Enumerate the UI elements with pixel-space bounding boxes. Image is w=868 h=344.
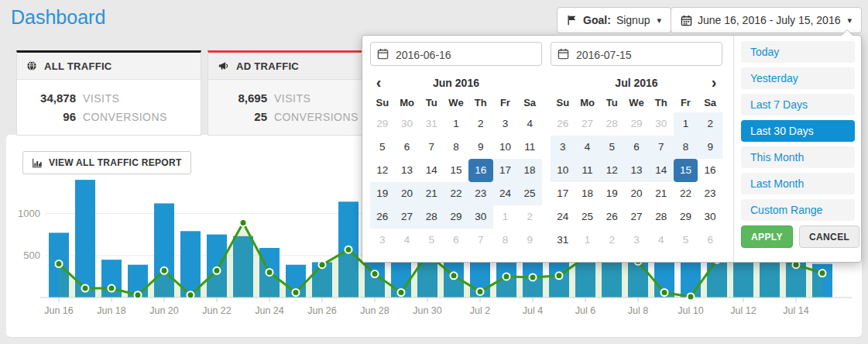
calendar-day[interactable]: 9 <box>698 136 722 159</box>
calendar-day[interactable]: 13 <box>395 159 420 182</box>
goal-selector-button[interactable]: Goal: Signup ▾ <box>557 7 671 33</box>
calendar-day[interactable]: 17 <box>493 159 518 182</box>
calendar-day[interactable]: 8 <box>674 136 698 159</box>
calendar-day[interactable]: 25 <box>517 182 542 205</box>
calendar-day[interactable]: 31 <box>419 112 444 136</box>
all-traffic-card[interactable]: ALL TRAFFIC 34,878 VISITS 96 CONVERSIONS <box>16 50 201 136</box>
calendar-day[interactable]: 3 <box>370 229 395 252</box>
calendar-day[interactable]: 27 <box>624 205 649 229</box>
calendar-day[interactable]: 6 <box>698 229 722 252</box>
calendar-day[interactable]: 11 <box>517 136 542 159</box>
calendar-day[interactable]: 27 <box>395 205 420 229</box>
calendar-day[interactable]: 5 <box>370 136 395 159</box>
range-item-custom-range[interactable]: Custom Range <box>741 199 855 221</box>
calendar-day[interactable]: 4 <box>395 229 420 252</box>
calendar-day[interactable]: 21 <box>419 182 444 205</box>
range-item-this-month[interactable]: This Month <box>741 146 855 168</box>
calendar-day[interactable]: 30 <box>468 205 493 229</box>
calendar-day[interactable]: 4 <box>517 112 542 136</box>
calendar-day[interactable]: 12 <box>370 159 395 182</box>
start-date-input[interactable] <box>394 43 537 67</box>
calendar-day[interactable]: 26 <box>599 205 624 229</box>
calendar-day[interactable]: 4 <box>575 136 600 159</box>
calendar-day[interactable]: 2 <box>698 112 722 136</box>
calendar-day[interactable]: 3 <box>551 136 575 159</box>
calendar-day[interactable]: 6 <box>624 136 649 159</box>
calendar-day[interactable]: 24 <box>551 205 575 229</box>
calendar-day[interactable]: 25 <box>575 205 600 229</box>
calendar-day[interactable]: 7 <box>649 136 674 159</box>
view-all-traffic-report-button[interactable]: VIEW ALL TRAFFIC REPORT <box>22 151 191 174</box>
calendar-day[interactable]: 3 <box>493 112 518 136</box>
date-range-button[interactable]: June 16, 2016 - July 15, 2016 ▾ <box>671 7 862 33</box>
calendar-day[interactable]: 2 <box>599 229 624 252</box>
calendar-day[interactable]: 18 <box>517 159 542 182</box>
calendar-day[interactable]: 22 <box>444 182 468 205</box>
calendar-day[interactable]: 30 <box>649 112 674 136</box>
calendar-day[interactable]: 16 <box>698 159 722 182</box>
calendar-day[interactable]: 9 <box>517 229 542 252</box>
calendar-day[interactable]: 14 <box>419 159 444 182</box>
chevron-left-icon[interactable]: ‹ <box>370 71 387 93</box>
calendar-day[interactable]: 22 <box>674 182 698 205</box>
cancel-button[interactable]: CANCEL <box>799 225 859 248</box>
calendar-day[interactable]: 1 <box>674 112 698 136</box>
calendar-day[interactable]: 26 <box>370 205 395 229</box>
calendar-day[interactable]: 5 <box>419 229 444 252</box>
chevron-right-icon[interactable]: › <box>705 71 722 93</box>
calendar-day[interactable]: 28 <box>599 112 624 136</box>
calendar-day[interactable]: 1 <box>444 112 468 136</box>
calendar-day[interactable]: 17 <box>551 182 575 205</box>
calendar-day[interactable]: 8 <box>444 136 468 159</box>
calendar-day[interactable]: 23 <box>698 182 722 205</box>
calendar-day[interactable]: 5 <box>674 229 698 252</box>
apply-button[interactable]: APPLY <box>741 225 793 248</box>
calendar-day[interactable]: 7 <box>468 229 493 252</box>
calendar-day[interactable]: 18 <box>575 182 600 205</box>
calendar-day[interactable]: 29 <box>444 205 468 229</box>
calendar-day[interactable]: 6 <box>444 229 468 252</box>
range-item-yesterday[interactable]: Yesterday <box>741 67 855 89</box>
calendar-day[interactable]: 11 <box>575 159 600 182</box>
calendar-day[interactable]: 3 <box>624 229 649 252</box>
calendar-day[interactable]: 19 <box>599 182 624 205</box>
calendar-day[interactable]: 1 <box>575 229 600 252</box>
calendar-day[interactable]: 28 <box>419 205 444 229</box>
calendar-day[interactable]: 29 <box>624 112 649 136</box>
calendar-day[interactable]: 6 <box>395 136 420 159</box>
end-date-input[interactable] <box>575 43 717 67</box>
range-item-last-month[interactable]: Last Month <box>741 173 855 194</box>
calendar-day[interactable]: 8 <box>493 229 518 252</box>
calendar-day[interactable]: 14 <box>649 159 674 182</box>
calendar-day[interactable]: 19 <box>370 182 395 205</box>
range-item-today[interactable]: Today <box>741 41 855 63</box>
calendar-day[interactable]: 15 <box>444 159 468 182</box>
calendar-day[interactable]: 2 <box>468 112 493 136</box>
calendar-day[interactable]: 1 <box>493 205 518 229</box>
calendar-day[interactable]: 20 <box>395 182 420 205</box>
calendar-day[interactable]: 29 <box>370 112 395 136</box>
calendar-day[interactable]: 10 <box>551 159 575 182</box>
calendar-day[interactable]: 21 <box>649 182 674 205</box>
calendar-day[interactable]: 26 <box>551 112 575 136</box>
calendar-day[interactable]: 10 <box>493 136 518 159</box>
calendar-day[interactable]: 27 <box>575 112 600 136</box>
calendar-day-selected[interactable]: 15 <box>674 159 698 182</box>
calendar-day[interactable]: 23 <box>468 182 493 205</box>
calendar-day[interactable]: 2 <box>517 205 542 229</box>
calendar-day[interactable]: 5 <box>599 136 624 159</box>
calendar-day[interactable]: 9 <box>468 136 493 159</box>
calendar-day[interactable]: 12 <box>599 159 624 182</box>
calendar-day[interactable]: 28 <box>649 205 674 229</box>
calendar-day[interactable]: 7 <box>419 136 444 159</box>
calendar-day[interactable]: 30 <box>698 205 722 229</box>
calendar-day[interactable]: 30 <box>395 112 420 136</box>
calendar-day[interactable]: 13 <box>624 159 649 182</box>
calendar-day[interactable]: 29 <box>674 205 698 229</box>
calendar-day[interactable]: 24 <box>493 182 518 205</box>
range-item-last-30-days[interactable]: Last 30 Days <box>741 120 855 142</box>
range-item-last-7-days[interactable]: Last 7 Days <box>741 94 855 115</box>
calendar-day[interactable]: 31 <box>551 229 575 252</box>
calendar-day[interactable]: 20 <box>624 182 649 205</box>
calendar-day-selected[interactable]: 16 <box>468 159 493 182</box>
